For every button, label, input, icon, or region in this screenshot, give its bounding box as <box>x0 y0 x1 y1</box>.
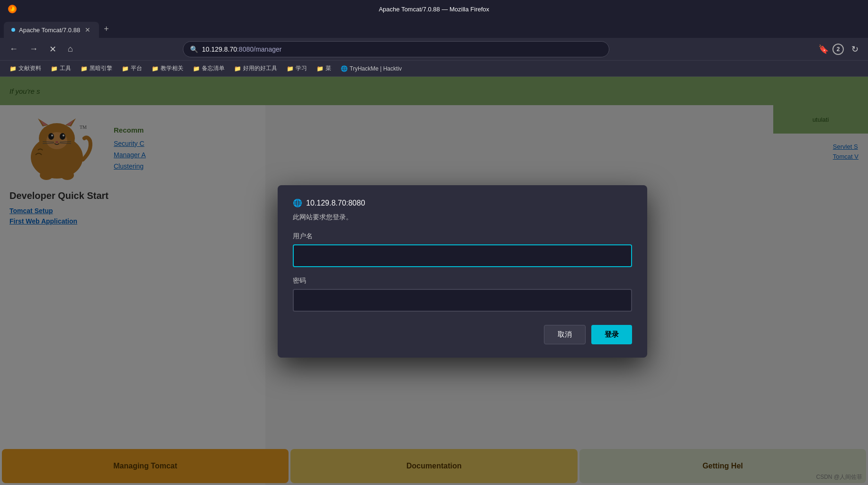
forward-button[interactable]: → <box>26 42 42 56</box>
username-input[interactable] <box>293 244 632 267</box>
page-content: If you're s <box>0 77 868 485</box>
title-bar: Apache Tomcat/7.0.88 — Mozilla Firefox <box>0 0 868 18</box>
address-bar[interactable]: 🔍 10.129.8.70:8080/manager <box>183 41 609 57</box>
folder-icon: 📁 <box>81 65 88 72</box>
notification-badge[interactable]: 2 <box>832 44 844 55</box>
folder-icon: 📁 <box>316 65 324 72</box>
nav-bar: ← → ✕ ⌂ 🔍 10.129.8.70:8080/manager 🔖 2 ↻ <box>0 38 868 61</box>
bookmarks-bar: 📁 文献资料 📁 工具 📁 黑暗引擎 📁 平台 📁 教学相关 📁 备忘清单 📁 … <box>0 61 868 77</box>
tab-indicator <box>11 28 15 32</box>
url-display: 10.129.8.70:8080/manager <box>202 45 602 53</box>
bookmark-item-wendian[interactable]: 📁 文献资料 <box>6 63 45 74</box>
refresh-button[interactable]: ↻ <box>848 42 862 56</box>
bookmark-item-tools[interactable]: 📁 工具 <box>47 63 75 74</box>
folder-icon: 📁 <box>9 65 17 72</box>
window-title: Apache Tomcat/7.0.88 — Mozilla Firefox <box>379 6 489 13</box>
back-button[interactable]: ← <box>6 42 22 56</box>
bookmark-item-platform[interactable]: 📁 平台 <box>118 63 146 74</box>
nav-right-controls: 🔖 2 ↻ <box>818 42 862 56</box>
folder-icon: 📁 <box>193 65 200 72</box>
tab-bar: Apache Tomcat/7.0.88 ✕ + <box>0 18 868 38</box>
browser-tab[interactable]: Apache Tomcat/7.0.88 ✕ <box>4 22 99 38</box>
reload-button[interactable]: ✕ <box>45 42 60 56</box>
bookmark-item-tryhackme[interactable]: 🌐 TryHackMe | Hacktiv <box>337 64 406 73</box>
login-dialog: 🌐 10.129.8.70:8080 此网站要求您登录。 用户名 密码 取消 登… <box>278 185 647 358</box>
folder-icon: 📁 <box>287 65 294 72</box>
password-label: 密码 <box>293 277 632 285</box>
bookmark-item-darkengine[interactable]: 📁 黑暗引擎 <box>77 63 116 74</box>
login-button[interactable]: 登录 <box>591 325 632 344</box>
folder-icon: 📁 <box>152 65 159 72</box>
bookmark-item-goodtools[interactable]: 📁 好用的好工具 <box>230 63 281 74</box>
browser-window: Apache Tomcat/7.0.88 — Mozilla Firefox A… <box>0 0 868 485</box>
home-button[interactable]: ⌂ <box>64 42 77 56</box>
globe-icon: 🌐 <box>293 198 302 207</box>
folder-icon: 📁 <box>234 65 241 72</box>
dialog-buttons: 取消 登录 <box>293 325 632 344</box>
tab-title: Apache Tomcat/7.0.88 <box>19 27 80 34</box>
pocket-icon[interactable]: 🔖 <box>818 44 829 54</box>
firefox-logo-icon <box>8 4 17 14</box>
password-input[interactable] <box>293 289 632 312</box>
tab-close-button[interactable]: ✕ <box>84 26 91 34</box>
bookmark-item-notes[interactable]: 📁 备忘清单 <box>189 63 228 74</box>
search-icon: 🔍 <box>190 45 198 53</box>
dialog-subtitle: 此网站要求您登录。 <box>293 213 632 222</box>
url-port-path: :8080/manager <box>237 45 281 53</box>
bookmark-item-cai[interactable]: 📁 菜 <box>313 63 335 74</box>
bookmark-item-learning[interactable]: 📁 学习 <box>283 63 311 74</box>
bookmark-item-teaching[interactable]: 📁 教学相关 <box>148 63 187 74</box>
url-host: 10.129.8.70 <box>202 45 237 53</box>
tomcat-page: If you're s <box>0 77 868 485</box>
new-tab-button[interactable]: + <box>100 22 113 36</box>
folder-icon: 📁 <box>51 65 58 72</box>
username-label: 用户名 <box>293 232 632 241</box>
cancel-button[interactable]: 取消 <box>544 325 586 344</box>
dialog-host-row: 🌐 10.129.8.70:8080 <box>293 198 632 207</box>
folder-icon: 📁 <box>122 65 129 72</box>
modal-overlay: 🌐 10.129.8.70:8080 此网站要求您登录。 用户名 密码 取消 登… <box>0 77 868 485</box>
dialog-host: 10.129.8.70:8080 <box>306 199 365 207</box>
globe-icon: 🌐 <box>341 65 348 72</box>
